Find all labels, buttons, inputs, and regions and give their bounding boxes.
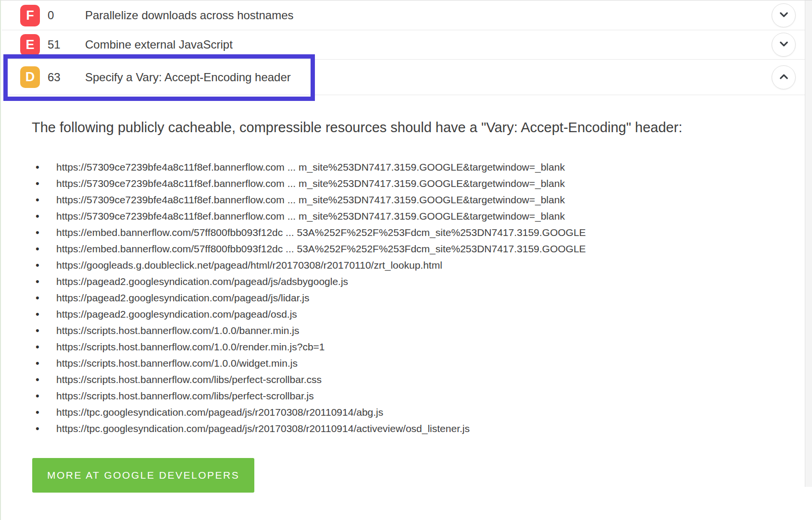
grade-badge-f: F [20,5,40,26]
resource-url: https://57309ce7239bfe4a8c11f8ef.bannerf… [33,175,805,192]
issue-list: F 0 Parallelize downloads across hostnam… [2,1,805,493]
issue-row[interactable]: F 0 Parallelize downloads across hostnam… [2,1,805,30]
expander-button[interactable] [772,33,796,57]
resource-url: https://57309ce7239bfe4a8c11f8ef.bannerf… [33,208,805,224]
resource-url: https://pagead2.googlesyndication.com/pa… [33,290,805,306]
resource-url: https://57309ce7239bfe4a8c11f8ef.bannerf… [33,192,805,208]
resource-url: https://scripts.host.bannerflow.com/libs… [33,388,805,404]
more-button[interactable]: MORE AT GOOGLE DEVELOPERS [32,458,254,493]
resource-url: https://scripts.host.bannerflow.com/libs… [33,371,805,388]
chevron-down-icon [778,9,789,22]
resource-url: https://scripts.host.bannerflow.com/1.0.… [33,339,805,355]
resource-url: https://tpc.googlesyndication.com/pagead… [33,421,805,437]
resource-url: https://57309ce7239bfe4a8c11f8ef.bannerf… [33,159,805,175]
grade-badge-d: D [20,66,40,88]
issue-score: 51 [48,38,85,51]
issue-row[interactable]: E 51 Combine external JavaScript [2,30,805,60]
issue-title: Combine external JavaScript [85,38,233,51]
resource-url: https://scripts.host.bannerflow.com/1.0.… [33,355,805,371]
issue-score: 63 [48,71,85,84]
resource-url: https://embed.bannerflow.com/57ff800fbb0… [33,224,805,241]
resource-list: https://57309ce7239bfe4a8c11f8ef.bannerf… [33,159,805,437]
expander-button[interactable] [772,3,796,27]
issue-title: Parallelize downloads across hostnames [85,9,294,22]
issue-row[interactable]: D 63 Specify a Vary: Accept-Encoding hea… [2,60,805,95]
resource-url: https://pagead2.googlesyndication.com/pa… [33,273,805,290]
chevron-down-icon [778,38,789,51]
grade-badge-e: E [20,34,40,56]
chevron-up-icon [778,71,789,84]
right-gutter [805,0,812,487]
expander-button[interactable] [772,65,796,89]
resource-url: https://embed.bannerflow.com/57ff800fbb0… [33,241,805,257]
resource-url: https://tpc.googlesyndication.com/pagead… [33,404,805,421]
recommendations-panel: F 0 Parallelize downloads across hostnam… [0,0,812,520]
resource-url: https://googleads.g.doubleclick.net/page… [33,257,805,273]
detail-description: The following publicly cacheable, compre… [32,116,724,139]
expanded-detail: The following publicly cacheable, compre… [2,116,805,493]
issue-title: Specify a Vary: Accept-Encoding header [85,71,291,84]
issue-score: 0 [48,9,85,22]
resource-url: https://pagead2.googlesyndication.com/pa… [33,306,805,322]
resource-url: https://scripts.host.bannerflow.com/1.0.… [33,322,805,339]
